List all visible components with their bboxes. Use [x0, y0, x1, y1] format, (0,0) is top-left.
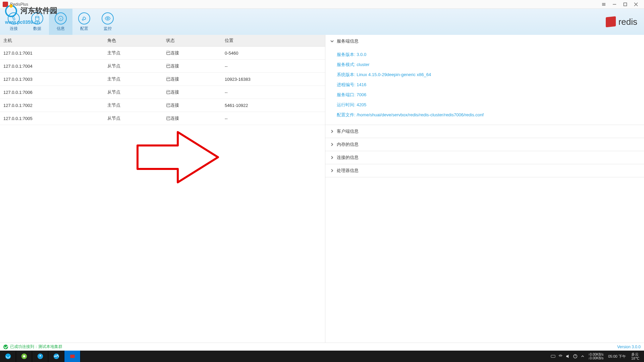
- redis-logo: redis: [606, 17, 637, 27]
- toolbar-label: 连接: [10, 26, 18, 32]
- status-message: 已成功连接到：测试本地集群: [10, 344, 62, 350]
- window-titlebar: RedisPlus: [0, 0, 644, 9]
- chevron-right-icon: [330, 156, 334, 160]
- taskbar-start[interactable]: [0, 351, 16, 362]
- panel-title: 连接的信息: [337, 155, 359, 161]
- table-row[interactable]: 127.0.0.1:7003主节点已连接10923-16383: [0, 73, 325, 86]
- panel-cpu: 处理器信息: [325, 164, 644, 177]
- maximize-button[interactable]: [620, 1, 631, 8]
- svg-point-1: [36, 16, 39, 18]
- svg-rect-9: [70, 355, 74, 358]
- volume-icon[interactable]: [564, 351, 572, 362]
- power-icon[interactable]: [572, 351, 579, 362]
- cell-state: 已连接: [163, 86, 221, 99]
- node-table-panel: 主机 角色 状态 位置 127.0.0.1:7001主节点已连接0-5460 1…: [0, 35, 325, 343]
- panel-title: 服务端信息: [337, 38, 359, 44]
- table-row[interactable]: 127.0.0.1:7006从节点已连接--: [0, 86, 325, 99]
- toolbar-connect[interactable]: 连接: [2, 9, 25, 35]
- panel-server: 服务端信息 服务版本: 3.0.0 服务模式: cluster 系统版本: Li…: [325, 35, 644, 125]
- taskbar-redisplus[interactable]: [64, 351, 80, 362]
- tray-expand-icon[interactable]: [579, 351, 586, 362]
- cell-role: 主节点: [104, 47, 163, 60]
- toolbar-info[interactable]: 信息: [49, 9, 72, 35]
- taskbar-app2[interactable]: [48, 351, 64, 362]
- col-state[interactable]: 状态: [163, 35, 221, 47]
- cell-host: 127.0.0.1:7006: [0, 86, 104, 99]
- panel-cpu-header[interactable]: 处理器信息: [325, 164, 644, 177]
- info-row: 服务模式: cluster: [337, 60, 636, 70]
- taskbar-weather[interactable]: 多云18℃: [629, 352, 642, 360]
- col-role[interactable]: 角色: [104, 35, 163, 47]
- cell-state: 已连接: [163, 73, 221, 86]
- cell-state: 已连接: [163, 112, 221, 125]
- cell-role: 从节点: [104, 86, 163, 99]
- menu-button[interactable]: [598, 1, 609, 8]
- svg-rect-0: [624, 3, 627, 6]
- table-row[interactable]: 127.0.0.1:7004从节点已连接--: [0, 60, 325, 73]
- close-button[interactable]: [631, 1, 641, 8]
- network-speed: ↑0.00KB/s↓0.00KB/s: [586, 353, 606, 360]
- panel-server-header[interactable]: 服务端信息: [325, 35, 644, 48]
- toolbar-config[interactable]: 配置: [72, 9, 96, 35]
- database-icon: [31, 12, 43, 24]
- toolbar-label: 配置: [80, 26, 88, 32]
- wifi-icon[interactable]: [557, 351, 564, 362]
- table-row[interactable]: 127.0.0.1:7002主节点已连接5461-10922: [0, 99, 325, 112]
- panel-conn-header[interactable]: 连接的信息: [325, 151, 644, 164]
- redis-cube-icon: [606, 16, 616, 27]
- panel-client-header[interactable]: 客户端信息: [325, 125, 644, 138]
- panel-title: 处理器信息: [337, 168, 359, 174]
- table-row[interactable]: 127.0.0.1:7005从节点已连接--: [0, 112, 325, 125]
- chevron-down-icon: [330, 39, 334, 43]
- chevron-right-icon: [330, 129, 334, 133]
- col-pos[interactable]: 位置: [221, 35, 325, 47]
- check-circle-icon: [3, 345, 8, 349]
- panel-memory: 内存的信息: [325, 138, 644, 151]
- cell-state: 已连接: [163, 99, 221, 112]
- status-version: Version 3.0.0: [617, 345, 641, 349]
- panel-conn: 连接的信息: [325, 151, 644, 164]
- node-table: 主机 角色 状态 位置 127.0.0.1:7001主节点已连接0-5460 1…: [0, 35, 325, 125]
- main-area: 主机 角色 状态 位置 127.0.0.1:7001主节点已连接0-5460 1…: [0, 35, 644, 343]
- chevron-right-icon: [330, 169, 334, 173]
- info-row: 系统版本: Linux 4.15.0-29deepin-generic x86_…: [337, 70, 636, 80]
- info-row: 配置文件: /home/shuai/deve/servbox/redis/red…: [337, 110, 636, 120]
- cell-pos: --: [221, 86, 325, 99]
- toolbar-label: 监控: [104, 26, 112, 32]
- col-host[interactable]: 主机: [0, 35, 104, 47]
- panel-title: 内存的信息: [337, 141, 359, 147]
- cell-host: 127.0.0.1:7003: [0, 73, 104, 86]
- taskbar-browser[interactable]: [16, 351, 32, 362]
- info-row: 服务版本: 3.0.0: [337, 50, 636, 60]
- info-panels: 服务端信息 服务版本: 3.0.0 服务模式: cluster 系统版本: Li…: [325, 35, 644, 343]
- info-row: 运行时间: 4205: [337, 100, 636, 110]
- svg-point-3: [107, 17, 109, 19]
- keyboard-icon[interactable]: [549, 351, 557, 362]
- system-tray: ↑0.00KB/s↓0.00KB/s 05:00 下午 多云18℃: [547, 351, 644, 362]
- cell-host: 127.0.0.1:7002: [0, 99, 104, 112]
- red-arrow-annotation: [134, 129, 221, 187]
- wrench-icon: [78, 12, 90, 24]
- panel-client: 客户端信息: [325, 125, 644, 138]
- toolbar-data[interactable]: 数据: [25, 9, 49, 35]
- table-row[interactable]: 127.0.0.1:7001主节点已连接0-5460: [0, 47, 325, 60]
- toolbar-monitor[interactable]: 监控: [96, 9, 119, 35]
- info-icon: [55, 12, 67, 24]
- cell-pos: 0-5460: [221, 47, 325, 60]
- info-row: 服务端口: 7006: [337, 90, 636, 100]
- cell-pos: 10923-16383: [221, 73, 325, 86]
- cell-pos: --: [221, 60, 325, 73]
- minimize-button[interactable]: [609, 1, 620, 8]
- cell-role: 主节点: [104, 73, 163, 86]
- toolbar-label: 数据: [33, 26, 41, 32]
- taskbar-clock[interactable]: 05:00 下午: [605, 354, 629, 359]
- cell-host: 127.0.0.1:7005: [0, 112, 104, 125]
- window-title: RedisPlus: [10, 2, 598, 7]
- panel-memory-header[interactable]: 内存的信息: [325, 138, 644, 151]
- taskbar-app1[interactable]: [32, 351, 48, 362]
- svg-rect-10: [551, 355, 555, 358]
- main-toolbar: 连接 数据 信息 配置 监控 redis: [0, 9, 644, 35]
- system-taskbar: ↑0.00KB/s↓0.00KB/s 05:00 下午 多云18℃: [0, 351, 644, 362]
- cell-host: 127.0.0.1:7004: [0, 60, 104, 73]
- chevron-right-icon: [330, 142, 334, 146]
